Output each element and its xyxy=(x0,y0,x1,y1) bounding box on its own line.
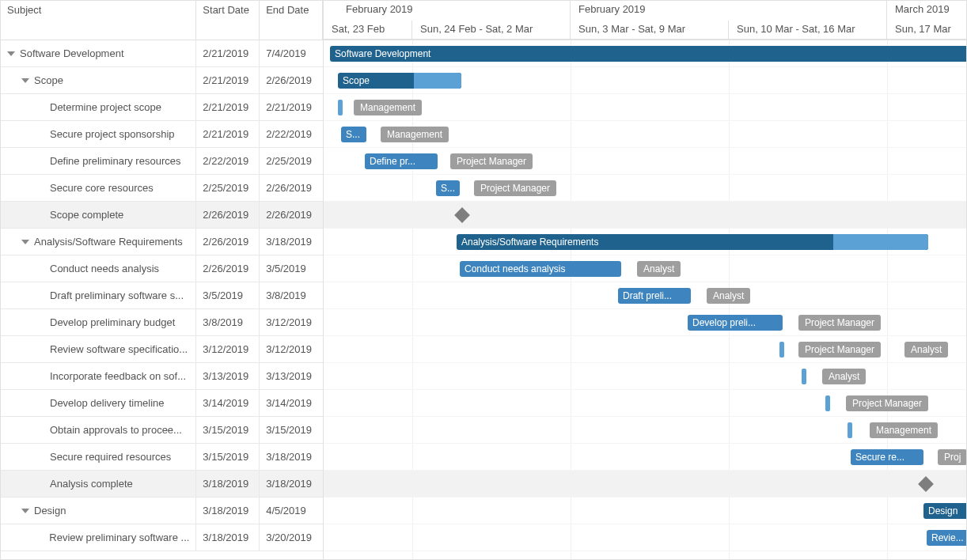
cell-end-date[interactable]: 3/12/2019 xyxy=(260,309,323,335)
cell-subject[interactable]: Scope xyxy=(1,67,196,93)
cell-end-date[interactable]: 3/14/2019 xyxy=(260,390,323,416)
cell-end-date[interactable]: 2/25/2019 xyxy=(260,148,323,174)
chevron-down-icon[interactable] xyxy=(21,509,29,513)
cell-start-date[interactable]: 3/15/2019 xyxy=(196,444,260,470)
milestone-diamond[interactable] xyxy=(454,207,470,223)
cell-end-date[interactable]: 2/26/2019 xyxy=(260,202,323,228)
cell-start-date[interactable]: 2/26/2019 xyxy=(196,255,260,282)
tree-row[interactable]: Review software specificatio...3/12/2019… xyxy=(1,336,323,363)
cell-end-date[interactable]: 3/5/2019 xyxy=(260,255,323,282)
summary-bar[interactable]: Scope xyxy=(338,73,461,89)
col-header-subject[interactable]: Subject xyxy=(1,1,196,40)
cell-end-date[interactable]: 3/18/2019 xyxy=(260,471,323,497)
cell-end-date[interactable]: 2/26/2019 xyxy=(260,175,323,201)
cell-start-date[interactable]: 2/26/2019 xyxy=(196,229,260,255)
tree-row[interactable]: Software Development2/21/20197/4/2019 xyxy=(1,40,323,67)
task-bar[interactable] xyxy=(338,100,343,115)
cell-subject[interactable]: Secure project sponsorship xyxy=(1,121,196,147)
chart-body[interactable]: Software DevelopmentScopeManagementS...M… xyxy=(324,40,966,559)
cell-end-date[interactable]: 2/26/2019 xyxy=(260,67,323,93)
tree-row[interactable]: Develop delivery timeline3/14/20193/14/2… xyxy=(1,390,323,417)
cell-subject[interactable]: Review software specificatio... xyxy=(1,336,196,362)
cell-start-date[interactable]: 3/18/2019 xyxy=(196,498,260,524)
cell-end-date[interactable]: 3/13/2019 xyxy=(260,363,323,389)
cell-subject[interactable]: Develop preliminary budget xyxy=(1,309,196,335)
cell-start-date[interactable]: 3/8/2019 xyxy=(196,309,260,335)
tree-row[interactable]: Design3/18/20194/5/2019 xyxy=(1,498,323,524)
task-bar[interactable] xyxy=(779,342,784,358)
chevron-down-icon[interactable] xyxy=(7,51,15,56)
cell-subject[interactable]: Secure core resources xyxy=(1,175,196,201)
cell-start-date[interactable]: 3/15/2019 xyxy=(196,417,260,443)
task-bar[interactable]: S... xyxy=(341,127,366,142)
cell-end-date[interactable]: 3/8/2019 xyxy=(260,282,323,308)
tree-row[interactable]: Review preliminary software ...3/18/2019… xyxy=(1,524,323,551)
task-bar[interactable] xyxy=(825,395,830,411)
tree-row[interactable]: Determine project scope2/21/20192/21/201… xyxy=(1,94,323,121)
task-bar[interactable]: Conduct needs analysis xyxy=(460,261,621,277)
cell-end-date[interactable]: 2/21/2019 xyxy=(260,94,323,120)
cell-subject[interactable]: Design xyxy=(1,498,196,524)
cell-start-date[interactable]: 3/14/2019 xyxy=(196,390,260,416)
tree-row[interactable]: Analysis complete3/18/20193/18/2019 xyxy=(1,471,323,498)
cell-subject[interactable]: Conduct needs analysis xyxy=(1,255,196,282)
task-bar[interactable]: Revie... xyxy=(927,530,966,546)
tree-row[interactable]: Define preliminary resources2/22/20192/2… xyxy=(1,148,323,175)
cell-subject[interactable]: Scope complete xyxy=(1,202,196,228)
chevron-down-icon[interactable] xyxy=(21,240,29,244)
cell-end-date[interactable]: 3/18/2019 xyxy=(260,229,323,255)
cell-start-date[interactable]: 2/22/2019 xyxy=(196,148,260,174)
tree-row[interactable]: Obtain approvals to procee...3/15/20193/… xyxy=(1,417,323,444)
cell-subject[interactable]: Analysis complete xyxy=(1,471,196,497)
cell-start-date[interactable]: 2/21/2019 xyxy=(196,121,260,147)
cell-start-date[interactable]: 2/25/2019 xyxy=(196,175,260,201)
cell-start-date[interactable]: 2/26/2019 xyxy=(196,202,260,228)
cell-start-date[interactable]: 3/18/2019 xyxy=(196,524,260,551)
cell-end-date[interactable]: 3/18/2019 xyxy=(260,444,323,470)
cell-end-date[interactable]: 3/12/2019 xyxy=(260,336,323,362)
tree-row[interactable]: Draft preliminary software s...3/5/20193… xyxy=(1,282,323,309)
summary-bar[interactable]: Design xyxy=(923,503,966,519)
col-header-start[interactable]: Start Date xyxy=(196,1,260,40)
task-bar[interactable]: Define pr... xyxy=(365,153,438,169)
cell-end-date[interactable]: 3/20/2019 xyxy=(260,524,323,551)
chevron-down-icon[interactable] xyxy=(21,78,29,83)
col-header-end[interactable]: End Date xyxy=(260,1,323,40)
milestone-diamond[interactable] xyxy=(918,476,934,492)
tree-row[interactable]: Scope complete2/26/20192/26/2019 xyxy=(1,202,323,229)
cell-subject[interactable]: Draft preliminary software s... xyxy=(1,282,196,308)
cell-start-date[interactable]: 2/21/2019 xyxy=(196,40,260,66)
task-bar[interactable] xyxy=(848,422,852,438)
tree-row[interactable]: Conduct needs analysis2/26/20193/5/2019 xyxy=(1,255,323,282)
cell-start-date[interactable]: 3/12/2019 xyxy=(196,336,260,362)
summary-bar[interactable]: Analysis/Software Requirements xyxy=(457,234,928,250)
tree-row[interactable]: Analysis/Software Requirements2/26/20193… xyxy=(1,229,323,255)
cell-end-date[interactable]: 3/15/2019 xyxy=(260,417,323,443)
task-bar[interactable] xyxy=(802,369,806,384)
cell-end-date[interactable]: 7/4/2019 xyxy=(260,40,323,66)
tree-grid-body[interactable]: Software Development2/21/20197/4/2019Sco… xyxy=(1,40,323,559)
cell-start-date[interactable]: 2/21/2019 xyxy=(196,67,260,93)
cell-start-date[interactable]: 2/21/2019 xyxy=(196,94,260,120)
cell-subject[interactable]: Secure required resources xyxy=(1,444,196,470)
cell-end-date[interactable]: 2/22/2019 xyxy=(260,121,323,147)
cell-start-date[interactable]: 3/13/2019 xyxy=(196,363,260,389)
tree-row[interactable]: Secure project sponsorship2/21/20192/22/… xyxy=(1,121,323,148)
cell-end-date[interactable]: 4/5/2019 xyxy=(260,498,323,524)
task-bar[interactable]: S... xyxy=(436,180,460,196)
cell-subject[interactable]: Incorporate feedback on sof... xyxy=(1,363,196,389)
tree-row[interactable]: Secure core resources2/25/20192/26/2019 xyxy=(1,175,323,202)
summary-bar[interactable]: Software Development xyxy=(330,46,966,62)
cell-subject[interactable]: Software Development xyxy=(1,40,196,66)
tree-row[interactable]: Develop preliminary budget3/8/20193/12/2… xyxy=(1,309,323,336)
cell-start-date[interactable]: 3/5/2019 xyxy=(196,282,260,308)
cell-subject[interactable]: Determine project scope xyxy=(1,94,196,120)
cell-subject[interactable]: Analysis/Software Requirements xyxy=(1,229,196,255)
tree-row[interactable]: Incorporate feedback on sof...3/13/20193… xyxy=(1,363,323,390)
cell-start-date[interactable]: 3/18/2019 xyxy=(196,471,260,497)
cell-subject[interactable]: Obtain approvals to procee... xyxy=(1,417,196,443)
cell-subject[interactable]: Define preliminary resources xyxy=(1,148,196,174)
task-bar[interactable]: Develop preli... xyxy=(688,315,783,331)
task-bar[interactable]: Draft preli... xyxy=(618,288,691,304)
tree-row[interactable]: Secure required resources3/15/20193/18/2… xyxy=(1,444,323,471)
